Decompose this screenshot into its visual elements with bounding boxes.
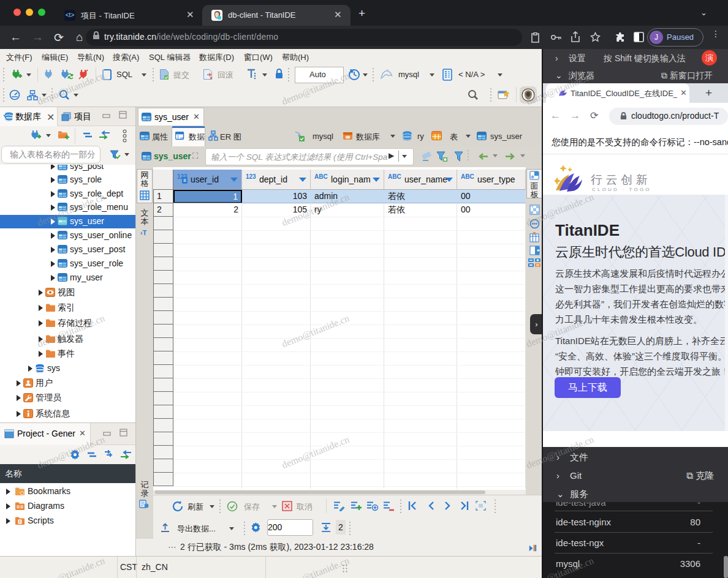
svg-text:‹T: ‹T: [140, 229, 147, 236]
svg-text:‹›: ‹›: [180, 135, 184, 141]
